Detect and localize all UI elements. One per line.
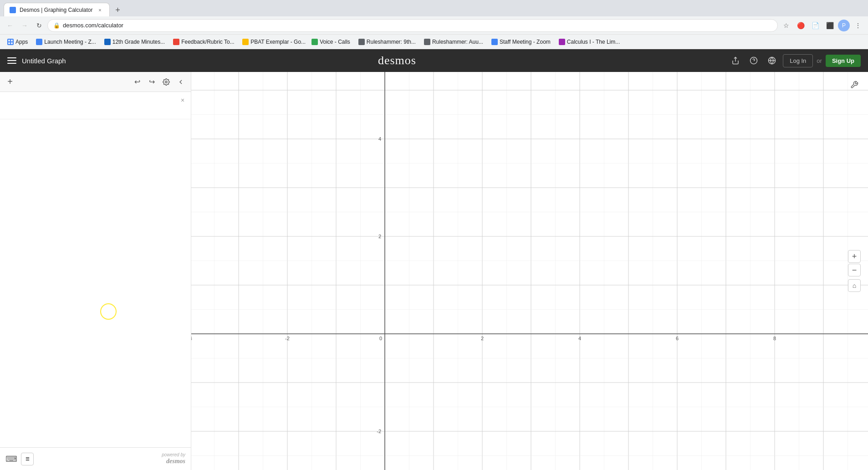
left-panel: + ↩ ↪ × bbox=[0, 72, 191, 470]
tab-close-button[interactable]: × bbox=[97, 6, 104, 14]
bookmark-pbat-label: PBAT Exemplar - Go... bbox=[250, 39, 306, 45]
help-button[interactable] bbox=[746, 53, 761, 68]
browser-frame: Desmos | Graphing Calculator × + ← → ↻ 🔒… bbox=[0, 0, 868, 470]
add-expression-button[interactable]: + bbox=[4, 76, 16, 88]
profile-button[interactable]: P bbox=[838, 20, 850, 31]
hamburger-line-3 bbox=[7, 63, 16, 64]
svg-text:4: 4 bbox=[378, 136, 381, 142]
bookmark-feedback-favicon bbox=[173, 39, 179, 45]
extension-button-1[interactable]: 🔴 bbox=[794, 19, 807, 32]
svg-rect-1 bbox=[11, 40, 13, 41]
address-bar[interactable]: 🔒 desmos.com/calculator bbox=[47, 19, 778, 32]
expression-item-1[interactable]: × bbox=[0, 92, 191, 119]
globe-button[interactable] bbox=[765, 53, 779, 68]
undo-button[interactable]: ↩ bbox=[131, 76, 143, 88]
bookmark-pbat-favicon bbox=[242, 39, 249, 45]
graph-canvas: -2246810-6-4-2246810120 bbox=[191, 72, 868, 470]
bookmark-apps[interactable]: Apps bbox=[4, 37, 31, 47]
svg-text:2: 2 bbox=[378, 234, 381, 239]
keyboard-button[interactable]: ⌨ bbox=[5, 454, 17, 464]
bookmark-12th-favicon bbox=[104, 39, 111, 45]
zoom-out-button[interactable]: − bbox=[848, 264, 861, 276]
bookmark-apps-label: Apps bbox=[15, 39, 28, 45]
bookmark-voice-label: Voice - Calls bbox=[320, 39, 350, 45]
header-right: Log In or Sign Up bbox=[728, 53, 861, 68]
graph-title[interactable]: Untitled Graph bbox=[22, 57, 66, 65]
svg-rect-8 bbox=[191, 72, 868, 470]
tab-bar: Desmos | Graphing Calculator × + bbox=[0, 0, 868, 16]
hamburger-line-2 bbox=[7, 60, 16, 61]
zoom-home-button[interactable]: ⌂ bbox=[848, 279, 861, 292]
bookmark-calculus[interactable]: Calculus I - The Lim... bbox=[555, 37, 623, 47]
bookmark-apps-favicon bbox=[7, 39, 14, 45]
address-text: desmos.com/calculator bbox=[63, 22, 123, 29]
bookmark-pbat[interactable]: PBAT Exemplar - Go... bbox=[239, 37, 307, 47]
bookmark-ruleshammer9-label: Ruleshammer: 9th... bbox=[367, 39, 416, 45]
accessibility-button[interactable]: ☰ bbox=[21, 453, 34, 465]
bookmarks-bar: Apps Launch Meeting - Z... 12th Grade Mi… bbox=[0, 35, 868, 49]
more-options-button[interactable]: ⋮ bbox=[852, 19, 864, 32]
collapse-panel-button[interactable] bbox=[174, 76, 187, 88]
desmos-logo: desmos bbox=[66, 54, 728, 67]
settings-button[interactable] bbox=[160, 76, 173, 88]
or-text: or bbox=[817, 57, 822, 64]
app-content: Untitled Graph desmos Log In or Sign Up bbox=[0, 49, 868, 470]
bookmark-12th-label: 12th Grade Minutes... bbox=[112, 39, 165, 45]
bookmark-staff-label: Staff Meeting - Zoom bbox=[500, 39, 551, 45]
bookmark-feedback-label: Feedback/Rubric To... bbox=[181, 39, 235, 45]
bookmark-calculus-favicon bbox=[559, 39, 565, 45]
bookmark-launch-label: Launch Meeting - Z... bbox=[44, 39, 96, 45]
expression-toolbar: + ↩ ↪ bbox=[0, 72, 191, 92]
signup-button[interactable]: Sign Up bbox=[826, 55, 861, 67]
svg-text:4: 4 bbox=[578, 336, 581, 341]
reload-button[interactable]: ↻ bbox=[33, 19, 46, 32]
svg-point-7 bbox=[165, 81, 167, 83]
login-button[interactable]: Log In bbox=[783, 54, 813, 67]
share-button[interactable] bbox=[728, 53, 743, 68]
calc-area: + ↩ ↪ × bbox=[0, 72, 868, 470]
bookmarks-star-button[interactable]: ☆ bbox=[780, 19, 792, 32]
nav-right-icons: ☆ 🔴 📄 ⬛ P ⋮ bbox=[780, 19, 864, 32]
powered-by-label: powered by desmos bbox=[162, 452, 185, 465]
bookmark-staff-meeting[interactable]: Staff Meeting - Zoom bbox=[488, 37, 554, 47]
bookmark-ruleshammer9-favicon bbox=[358, 39, 365, 45]
bookmark-ruleshammer-9th[interactable]: Ruleshammer: 9th... bbox=[355, 37, 419, 47]
powered-desmos-logo: desmos bbox=[166, 458, 185, 465]
zoom-controls: + − ⌂ bbox=[848, 250, 861, 292]
svg-rect-2 bbox=[8, 42, 10, 44]
bookmark-feedback[interactable]: Feedback/Rubric To... bbox=[169, 37, 238, 47]
desmos-header: Untitled Graph desmos Log In or Sign Up bbox=[0, 49, 868, 72]
hamburger-line-1 bbox=[7, 57, 16, 58]
svg-text:-2: -2 bbox=[377, 429, 381, 434]
svg-text:6: 6 bbox=[676, 336, 679, 341]
redo-button[interactable]: ↪ bbox=[145, 76, 158, 88]
expression-close-button-1[interactable]: × bbox=[178, 96, 187, 105]
extension-button-2[interactable]: 📄 bbox=[809, 19, 822, 32]
active-tab[interactable]: Desmos | Graphing Calculator × bbox=[4, 3, 110, 16]
svg-text:0: 0 bbox=[379, 336, 382, 341]
extension-button-3[interactable]: ⬛ bbox=[823, 19, 836, 32]
svg-rect-3 bbox=[11, 42, 13, 44]
graph-settings-wrench-button[interactable] bbox=[848, 79, 861, 92]
svg-text:-2: -2 bbox=[285, 336, 290, 341]
panel-bottom: ⌨ ☰ powered by desmos bbox=[0, 447, 191, 470]
svg-text:2: 2 bbox=[481, 336, 484, 341]
bookmark-launch-meeting[interactable]: Launch Meeting - Z... bbox=[32, 37, 99, 47]
forward-button[interactable]: → bbox=[18, 19, 31, 32]
bookmark-voice-favicon bbox=[311, 39, 318, 45]
graph-panel[interactable]: -2246810-6-4-2246810120 + − ⌂ bbox=[191, 72, 868, 470]
hamburger-menu-button[interactable] bbox=[7, 57, 16, 64]
zoom-in-button[interactable]: + bbox=[848, 250, 861, 263]
bookmark-12th-grade[interactable]: 12th Grade Minutes... bbox=[101, 37, 168, 47]
new-tab-button[interactable]: + bbox=[112, 4, 124, 16]
svg-text:8: 8 bbox=[773, 336, 776, 341]
bookmark-calculus-label: Calculus I - The Lim... bbox=[567, 39, 620, 45]
tab-title: Desmos | Graphing Calculator bbox=[20, 7, 93, 13]
bookmark-launch-favicon bbox=[36, 39, 42, 45]
bookmark-ruleshammerauu-label: Ruleshammer: Auu... bbox=[432, 39, 483, 45]
expression-list: × bbox=[0, 92, 191, 447]
back-button[interactable]: ← bbox=[4, 19, 16, 32]
bookmark-ruleshammer-auu[interactable]: Ruleshammer: Auu... bbox=[420, 37, 487, 47]
bookmark-voice[interactable]: Voice - Calls bbox=[308, 37, 354, 47]
svg-text:-4: -4 bbox=[191, 336, 192, 341]
